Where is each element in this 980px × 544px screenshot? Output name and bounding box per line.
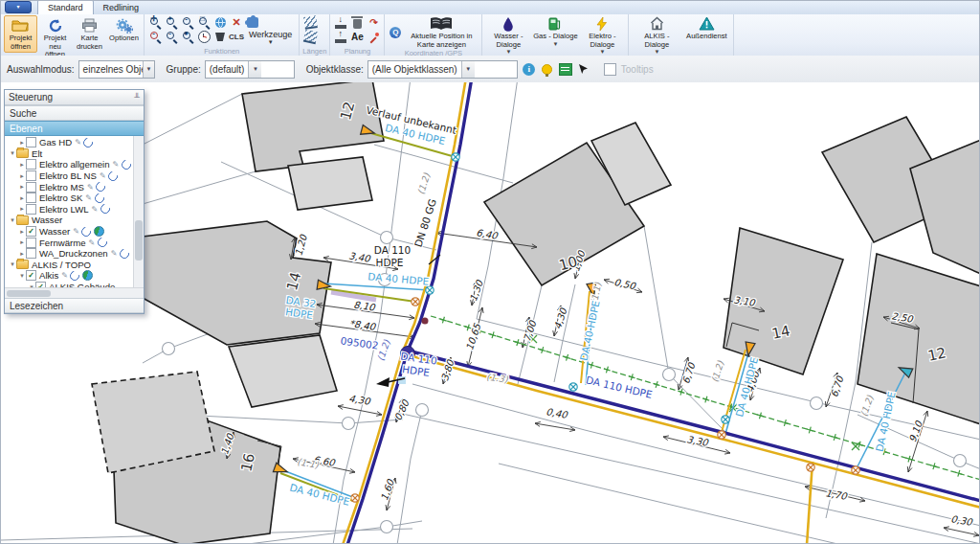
section-suche[interactable]: Suche [5,105,144,121]
fitting-node[interactable] [422,318,429,325]
buildings[interactable] [92,82,980,544]
auswahlmodus-select[interactable]: einzelnes Objekt ▼ [78,60,155,79]
gas-main-line[interactable] [807,462,813,544]
gas-dialoge-dropdown[interactable]: Gas - Dialoge ▼ [532,15,578,47]
gruppe-select[interactable]: (default) ▼ [205,60,295,79]
edit-icon[interactable]: ✎ [111,249,118,258]
edit-icon[interactable]: ✎ [73,227,79,236]
zoom-extent-icon[interactable]: □ [196,16,212,30]
projekt-oeffnen-button[interactable]: Projekt öffnen [4,15,37,53]
projekt-neu-oeffnen-button[interactable]: Projekt neu öffnen [38,15,72,61]
werkzeuge-dropdown[interactable]: Werkzeuge ▼ [245,28,296,47]
gps-search-icon[interactable]: Q [388,26,403,39]
aktuelle-position-button[interactable]: Aktuelle Position in Karte anzeigen [404,15,479,49]
measure-length-icon[interactable] [302,16,318,30]
expand-icon[interactable]: ▸ [18,172,26,180]
history-clock-icon[interactable] [196,31,212,44]
layer-row-elektro-sk[interactable]: ▸Elektro SK✎ [5,193,144,204]
building[interactable] [229,335,337,407]
globe-icon[interactable] [94,226,104,237]
expand-icon[interactable]: ▸ [18,161,26,169]
export-tray-icon[interactable] [333,31,348,44]
karte-drucken-button[interactable]: Karte drucken [73,15,106,53]
layer-row-elektro-lwl[interactable]: ▸Elektro LWL✎ [5,204,144,215]
layer-checkbox[interactable] [26,170,36,181]
zoom-circle-icon[interactable]: ● [180,31,195,44]
objektklasse-select[interactable]: (Alle Objektklassen) ▼ [368,60,518,79]
layer-row-fernwärme[interactable]: ▸Fernwärme✎ [5,237,144,248]
layer-checkbox[interactable] [26,159,36,170]
layer-row-wasser[interactable]: ▾Wasser [5,215,144,226]
section-ebenen[interactable]: Ebenen [5,121,144,136]
globe-icon[interactable] [82,270,93,281]
import-tray-icon[interactable] [333,16,348,30]
zoom-in-icon[interactable]: + [164,16,179,30]
tab-standard[interactable]: Standard [37,0,94,14]
layer-checkbox[interactable] [26,248,36,259]
layer-checkbox[interactable] [26,204,36,215]
collapse-icon[interactable]: ▾ [9,216,16,224]
attribute-table-icon[interactable] [559,62,572,76]
edit-icon[interactable]: ✎ [113,160,120,169]
expand-icon[interactable]: ▸ [18,139,26,147]
section-lesezeichen[interactable]: Lesezeichen [5,298,144,313]
edit-icon[interactable]: ✎ [100,171,106,180]
layer-checkbox[interactable] [26,182,36,193]
layer-row-alkis[interactable]: ▾✓Alkis✎ [5,270,144,282]
collapse-icon[interactable]: ▾ [9,149,16,157]
layer-row-gas-hd[interactable]: ▸Gas HD✎ [5,137,144,148]
panel-header[interactable]: Steuerung ╨ [5,90,144,105]
chevron-down-icon[interactable]: ▼ [248,61,261,78]
scrollbar-thumb[interactable] [135,220,143,261]
layer-checkbox[interactable] [26,193,36,203]
layer-checkbox[interactable]: ✓ [26,226,36,237]
info-icon[interactable]: i [523,62,536,76]
app-menu-button[interactable]: ▾ [5,1,32,13]
collapse-icon[interactable]: ▾ [18,272,26,280]
expand-icon[interactable]: ▸ [18,183,26,191]
cls-button[interactable]: CLS [229,31,244,44]
edit-icon[interactable]: ✎ [92,205,99,214]
layer-row-elektro-allgemein[interactable]: ▸Elektro allgemein✎ [5,159,144,170]
building[interactable] [858,254,980,424]
globe-refresh-icon[interactable] [212,16,228,30]
ae-annotation-button[interactable]: Ae [349,31,365,44]
measure-path-icon[interactable] [302,31,318,44]
expand-icon[interactable]: ▸ [18,205,26,213]
layer-checkbox[interactable] [26,137,36,147]
zoom-window-icon[interactable]: - [180,16,195,30]
edit-icon[interactable]: ✎ [89,238,96,247]
layer-tree[interactable]: ▸Gas HD✎▾Elt▸Elektro allgemein✎▸Elektro … [5,136,144,287]
redo-red-icon[interactable]: ↷ [366,16,381,30]
layer-checkbox[interactable]: ✓ [26,270,36,281]
optionen-button[interactable]: Optionen [107,15,141,45]
layer-checkbox[interactable] [26,238,36,248]
expand-icon[interactable]: ▸ [18,250,26,258]
edit-icon[interactable]: ✎ [75,138,81,147]
chevron-down-icon[interactable]: ▼ [461,61,475,78]
edit-icon[interactable]: ✎ [85,193,92,202]
select-cursor-icon[interactable] [577,62,590,76]
tab-redlining[interactable]: Redlining [94,1,149,14]
edit-icon[interactable]: ✎ [87,183,94,192]
zoom-out-red-icon[interactable]: - [147,31,163,44]
bulb-icon[interactable] [541,62,554,76]
tooltips-checkbox[interactable] [604,63,616,76]
map-canvas[interactable]: 6,403,408,10*8,401,201,000,504,307,001,3… [1,82,980,544]
tree-horizontal-scrollbar[interactable] [5,287,144,298]
layer-row-wa-druckzonen[interactable]: ▸WA_Druckzonen✎ [5,248,144,260]
wasser-dialoge-dropdown[interactable]: Wasser - Dialoge ▼ [485,15,531,55]
puzzle-icon[interactable] [245,16,260,30]
layer-row-elektro-ms[interactable]: ▸Elektro MS✎ [5,181,144,193]
layer-row-elt[interactable]: ▾Elt [5,148,144,160]
zoom-minus-icon[interactable]: - [164,31,179,44]
collapse-icon[interactable]: ▾ [9,261,16,268]
scrollbar-thumb[interactable] [7,290,51,297]
chevron-down-icon[interactable]: ▼ [143,61,153,78]
layer-row-elektro-bl-ns[interactable]: ▸Elektro BL NS✎ [5,170,144,182]
expand-icon[interactable]: ▸ [18,228,26,236]
elektro-dialoge-dropdown[interactable]: Elektro - Dialoge ▼ [579,15,625,55]
layer-row-alkis-topo[interactable]: ▾ALKIS / TOPO [5,260,144,271]
fill-bucket-icon[interactable] [212,31,228,44]
expand-icon[interactable]: ▸ [18,238,26,246]
